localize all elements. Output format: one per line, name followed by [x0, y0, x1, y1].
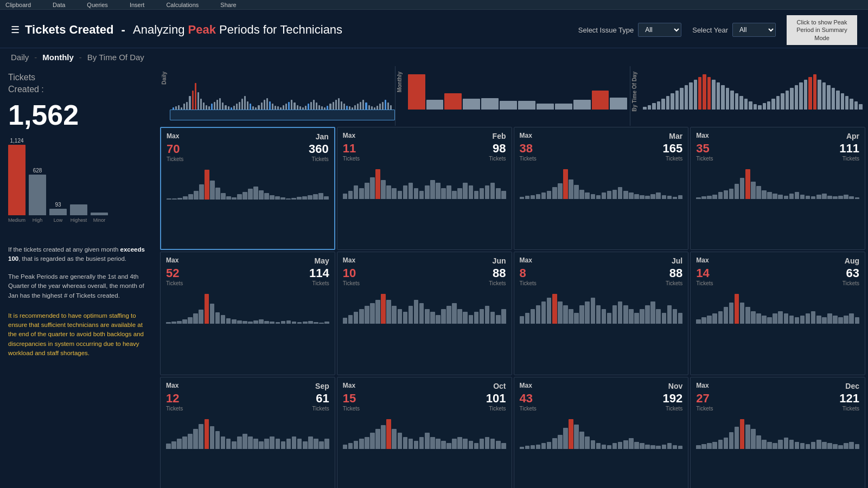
bar — [496, 315, 501, 324]
bar — [645, 196, 650, 199]
bar — [177, 321, 182, 324]
month-max-label: Max — [520, 256, 532, 264]
bar — [409, 183, 413, 199]
toolbar-share[interactable]: Share — [220, 2, 236, 8]
bar — [729, 303, 734, 324]
month-total-val: 114 — [309, 266, 329, 280]
bar — [596, 305, 601, 324]
tab-daily[interactable]: Daily — [11, 53, 29, 62]
bar — [259, 190, 264, 200]
bar — [838, 317, 843, 324]
bar — [811, 196, 816, 199]
bar — [414, 300, 419, 324]
bar — [425, 309, 430, 324]
bar — [729, 189, 734, 199]
month-total-val: 88 — [669, 266, 682, 280]
bar — [585, 436, 590, 449]
bar — [696, 445, 701, 448]
bar — [457, 188, 462, 199]
bar — [324, 439, 329, 448]
bar — [678, 446, 683, 448]
bar — [270, 436, 275, 449]
info-text-2: The Peak Periods are generally the 1st a… — [8, 272, 149, 300]
title-analyzing: Analyzing — [133, 23, 188, 36]
toolbar-insert[interactable]: Insert — [130, 2, 145, 8]
bar — [547, 442, 552, 449]
bar-high — [29, 175, 46, 215]
bar — [215, 312, 220, 324]
bar — [735, 427, 739, 449]
toolbar-calculations[interactable]: Calculations — [166, 2, 199, 8]
month-name: Mar — [669, 132, 682, 140]
bar — [795, 192, 800, 199]
tab-by-time[interactable]: By Time Of Day — [87, 53, 144, 62]
bar — [409, 439, 413, 448]
bar — [414, 188, 419, 199]
bar — [558, 301, 563, 324]
tickets-label-right: Tickets — [312, 406, 329, 412]
tickets-label-right: Tickets — [312, 280, 329, 286]
bar — [188, 434, 193, 449]
bar — [712, 313, 717, 324]
bar — [778, 440, 783, 448]
bar — [343, 445, 348, 448]
month-card-may: Max May 52 114 Tickets Tickets — [160, 252, 335, 375]
month-max-label: Max — [696, 256, 709, 264]
bar — [221, 436, 226, 449]
bar — [199, 310, 203, 324]
tab-monthly[interactable]: Monthly — [42, 53, 74, 62]
toolbar-queries[interactable]: Queries — [87, 2, 108, 8]
menu-icon[interactable]: ☰ — [11, 24, 20, 36]
bar — [386, 419, 391, 449]
tickets-label-right: Tickets — [843, 156, 859, 162]
bar — [634, 194, 639, 199]
bar — [501, 191, 506, 199]
bar — [718, 192, 723, 199]
peak-mode-button[interactable]: Click to show Peak Period in Summary Mod… — [787, 15, 857, 45]
bar — [375, 429, 380, 449]
bar — [354, 441, 359, 449]
toolbar-clipboard[interactable]: Clipboard — [5, 2, 31, 8]
month-card-jul: Max Jul 8 88 Tickets Tickets — [514, 252, 689, 375]
issue-type-label: Select Issue Type — [578, 26, 634, 34]
bar — [673, 309, 678, 324]
year-select[interactable]: All — [732, 23, 776, 37]
month-max-label: Max — [343, 256, 355, 264]
bar — [221, 315, 226, 324]
issue-type-select[interactable]: All — [638, 23, 681, 37]
toolbar-data[interactable]: Data — [53, 2, 65, 8]
bar — [789, 316, 794, 324]
bar — [480, 188, 484, 199]
bar — [822, 442, 827, 448]
bar — [607, 445, 612, 448]
bar — [308, 195, 312, 200]
bar — [452, 191, 457, 199]
bar — [375, 169, 380, 199]
bar — [800, 316, 805, 324]
bar — [292, 436, 297, 449]
bar — [403, 185, 408, 199]
bar — [591, 440, 596, 448]
month-name: Jan — [316, 132, 329, 141]
bar — [745, 425, 750, 449]
bar — [441, 309, 446, 324]
bar — [474, 191, 479, 199]
bar — [485, 306, 490, 324]
bar — [662, 445, 667, 449]
tickets-label-right: Tickets — [843, 406, 859, 412]
bar — [166, 444, 171, 448]
bar — [259, 441, 264, 449]
bar — [490, 183, 495, 199]
month-chart-aug — [696, 288, 859, 324]
bar — [751, 311, 756, 324]
year-label: Select Year — [692, 26, 728, 34]
bar — [579, 432, 584, 449]
bar — [536, 445, 541, 449]
bar — [291, 198, 296, 200]
bar — [767, 192, 772, 199]
tickets-label-left: Tickets — [343, 156, 360, 162]
bar — [270, 195, 275, 200]
bar — [838, 445, 843, 448]
bar — [745, 307, 750, 324]
bar — [452, 303, 457, 324]
